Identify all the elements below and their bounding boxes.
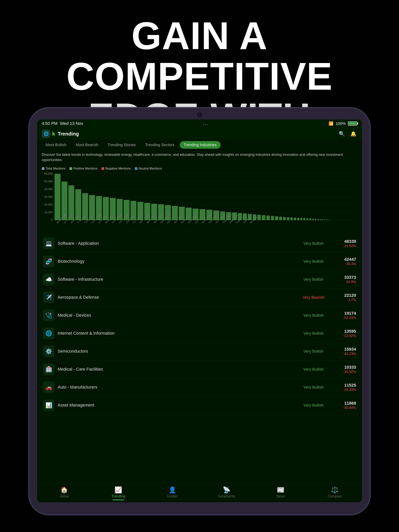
- legend-neutral: Neutral Mentions: [135, 167, 162, 170]
- bottom-nav: 🏠 Home 📈 Trending 👤 Insider 📡 Sentiments…: [37, 483, 362, 502]
- nav-icon-insider: 👤: [169, 486, 176, 494]
- legend-dot-neutral: [135, 167, 137, 170]
- industry-row[interactable]: 🩺 Medical - Devices Very Bullish 19174 -…: [41, 306, 358, 324]
- svg-rect-66: [324, 219, 326, 220]
- svg-text:30,000: 30,000: [44, 195, 53, 198]
- svg-rect-52: [283, 217, 285, 220]
- status-date: Wed 13 Nov: [60, 121, 83, 126]
- svg-text:40,000: 40,000: [44, 188, 53, 191]
- notification-icon[interactable]: 🔔: [349, 130, 357, 138]
- industry-icon: 💻: [43, 238, 55, 249]
- tab-trending-sectors[interactable]: Trending Sectors: [141, 141, 178, 149]
- nav-item-insider[interactable]: 👤 Insider: [145, 485, 200, 501]
- svg-rect-55: [294, 218, 296, 220]
- industry-sentiment: Very Bearish: [298, 295, 329, 300]
- tab-trending-industries[interactable]: Trending Industries: [180, 141, 220, 149]
- nav-label-insider: Insider: [167, 494, 178, 498]
- svg-text:50,000: 50,000: [44, 180, 53, 183]
- industry-icon: 🌐: [43, 328, 55, 339]
- tab-trending-stories[interactable]: Trending Stories: [104, 141, 140, 149]
- svg-rect-60: [309, 218, 311, 220]
- legend-dot-positive: [70, 167, 72, 170]
- battery-fill: [349, 122, 356, 125]
- tab-most-bullish[interactable]: Most Bullish: [42, 141, 70, 149]
- industry-count: 19174: [333, 311, 356, 316]
- tab-most-bearish[interactable]: Most Bearish: [72, 141, 102, 149]
- nav-item-news[interactable]: 📰 News: [254, 485, 308, 501]
- nav-item-trending[interactable]: 📈 Trending: [91, 485, 145, 501]
- industry-count: 33373: [333, 275, 356, 280]
- svg-text:10,000: 10,000: [44, 211, 53, 214]
- nav-active-indicator: [113, 500, 124, 500]
- nav-item-sentiments[interactable]: 📡 Sentiments: [200, 485, 254, 501]
- svg-rect-49: [271, 216, 274, 220]
- search-icon[interactable]: 🔍: [338, 130, 346, 138]
- svg-rect-15: [55, 174, 61, 220]
- industry-row[interactable]: 🏥 Medical - Care Facilities Very Bullish…: [41, 360, 358, 378]
- legend-negative: Negative Mentions: [101, 167, 131, 170]
- svg-rect-56: [297, 218, 299, 220]
- battery-indicator: [348, 121, 357, 126]
- industry-icon: ✈️: [43, 291, 55, 303]
- industry-row[interactable]: 💻 Software - Application Very Bullish 48…: [41, 234, 358, 253]
- svg-rect-50: [275, 216, 278, 220]
- nav-icon-home: 🏠: [60, 486, 68, 494]
- industry-name: Aerospace & Defense: [58, 295, 298, 300]
- industry-stats: 33373 -10.9%: [333, 275, 356, 284]
- industry-count: 10333: [333, 365, 356, 370]
- status-right: 📶 100%: [329, 121, 357, 126]
- section-title: Trending: [58, 131, 338, 137]
- industry-sentiment: Very Bullish: [298, 241, 329, 246]
- legend-label-neutral: Neutral Mentions: [139, 167, 162, 170]
- industry-row[interactable]: 🚗 Auto - Manufacturers Very Bullish 1152…: [41, 378, 358, 396]
- industry-count: 15934: [333, 347, 356, 352]
- legend-label-total: Total Mentions: [46, 167, 65, 170]
- industry-change: -13.92%: [333, 334, 356, 338]
- industry-name: Software - Application: [58, 241, 298, 246]
- svg-rect-47: [262, 215, 265, 220]
- svg-rect-62: [315, 219, 317, 220]
- svg-rect-57: [300, 218, 302, 220]
- industry-icon: ☁️: [43, 273, 55, 285]
- industry-name: Software - Infrastructure: [58, 277, 298, 282]
- industry-icon: 🧬: [43, 256, 55, 267]
- industry-name: Medical - Devices: [58, 313, 298, 318]
- svg-rect-67: [327, 219, 328, 220]
- industry-name: Biotechnology: [58, 259, 298, 264]
- svg-rect-48: [266, 215, 270, 220]
- svg-rect-68: [329, 220, 329, 220]
- industry-row[interactable]: 📊 Asset Management Very Bullish 11868 -4…: [41, 396, 358, 414]
- nav-item-home[interactable]: 🏠 Home: [37, 485, 91, 501]
- chart-area: Total Mentions Positive Mentions Negativ…: [37, 165, 362, 234]
- tablet-frame: 4:50 PM Wed 13 Nov ... 📶 100% 🌐 k Trendi…: [29, 108, 370, 514]
- industry-change: -30.3%: [333, 262, 356, 266]
- industry-row[interactable]: 🌐 Internet Content & Information Very Bu…: [41, 324, 358, 342]
- industry-row[interactable]: ☁️ Software - Infrastructure Very Bullis…: [41, 270, 358, 288]
- industry-sentiment: Very Bullish: [298, 259, 329, 264]
- tab-bar: Most Bullish Most Bearish Trending Stori…: [37, 140, 362, 150]
- nav-label-news: News: [276, 494, 285, 498]
- legend-dot-total: [42, 167, 44, 170]
- app-header: 🌐 k Trending 🔍 🔔: [37, 127, 362, 140]
- industry-count: 22120: [333, 293, 356, 298]
- chart-legend: Total Mentions Positive Mentions Negativ…: [42, 167, 357, 170]
- industry-sentiment: Very Bullish: [298, 385, 329, 390]
- industry-name: Auto - Manufacturers: [58, 385, 298, 390]
- industry-stats: 10333 -16.92%: [333, 365, 356, 374]
- svg-text:20,000: 20,000: [44, 203, 53, 206]
- industry-stats: 13595 -13.92%: [333, 329, 356, 338]
- header-icons: 🔍 🔔: [338, 130, 357, 138]
- industry-stats: 22120 -1.7%: [333, 293, 356, 302]
- nav-label-sentiments: Sentiments: [218, 494, 235, 498]
- industry-stats: 48339 -21.54%: [333, 239, 356, 248]
- nav-label-trending: Trending: [112, 494, 125, 498]
- bar-chart-svg: 60,000 50,000 40,000 30,000 20,000 10,00…: [42, 172, 357, 234]
- svg-rect-63: [317, 219, 319, 220]
- industry-row[interactable]: ✈️ Aerospace & Defense Very Bearish 2212…: [41, 288, 358, 306]
- industry-row[interactable]: ⚙️ Semiconductors Very Bullish 15934 -42…: [41, 342, 358, 360]
- industry-stats: 19174 -53.33%: [333, 311, 356, 320]
- industry-row[interactable]: 🧬 Biotechnology Very Bullish 42447 -30.3…: [41, 253, 358, 270]
- app-logo: 🌐: [42, 130, 50, 138]
- legend-dot-negative: [101, 167, 104, 170]
- nav-item-compare[interactable]: ⚖️ Compare: [308, 485, 362, 501]
